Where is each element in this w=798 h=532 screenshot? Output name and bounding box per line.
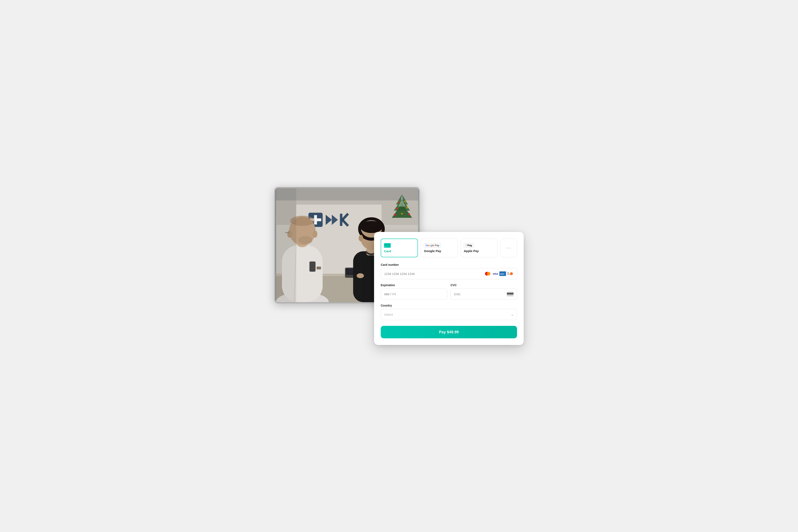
svg-text:COV: COV (507, 274, 510, 275)
card-number-input[interactable] (384, 268, 482, 279)
svg-text:VISA: VISA (493, 273, 498, 275)
visa-icon: VISA (492, 271, 498, 276)
google-pay-icon: Google Pay (424, 243, 441, 247)
svg-rect-54 (276, 188, 418, 201)
cvc-card-back-icon: 135 (507, 292, 513, 296)
card-number-wrapper: VISA AMEX DIS COV (381, 268, 517, 279)
expiry-cvc-row: Expiration CVC 135 (381, 283, 517, 304)
country-label: Country (381, 304, 517, 307)
country-select-placeholder: Select (384, 313, 511, 316)
expiration-input[interactable] (384, 289, 444, 300)
svg-rect-69 (507, 293, 513, 294)
card-brand-icons: VISA AMEX DIS COV (484, 271, 513, 276)
svg-rect-53 (276, 188, 296, 302)
amex-icon: AMEX (499, 271, 506, 276)
card-icon (384, 243, 391, 248)
svg-rect-56 (384, 244, 391, 246)
apple-pay-tab-label: Apple Pay (464, 249, 479, 253)
card-number-label: Card number (381, 263, 517, 266)
country-select[interactable]: Select ⌵ (381, 309, 517, 320)
svg-point-59 (487, 272, 491, 276)
expiration-wrapper (381, 288, 447, 300)
svg-text:AMEX: AMEX (500, 273, 505, 275)
discover-icon: DIS COV (507, 271, 513, 276)
card-tab-label: Card (384, 249, 391, 253)
payment-methods: Card Google Pay Google Pay  Pay Apple P… (381, 239, 517, 257)
country-field-group: Country Select ⌵ (381, 304, 517, 320)
expiration-label: Expiration (381, 283, 447, 287)
cvc-wrapper: 135 (451, 288, 517, 300)
pay-button[interactable]: Pay $49.99 (381, 326, 517, 338)
main-scene: Card Google Pay Google Pay  Pay Apple P… (274, 187, 524, 345)
cvc-input[interactable] (454, 289, 505, 300)
payment-panel: Card Google Pay Google Pay  Pay Apple P… (374, 232, 524, 345)
svg-rect-57 (385, 246, 386, 247)
svg-text:135: 135 (511, 295, 512, 296)
chevron-down-icon: ⌵ (511, 312, 513, 317)
mastercard-icon (484, 271, 491, 276)
more-methods-tab[interactable]: ··· (500, 239, 517, 257)
google-pay-tab-label: Google Pay (424, 249, 441, 253)
svg-point-65 (510, 272, 513, 275)
svg-text:DIS: DIS (507, 272, 509, 273)
apple-pay-icon:  Pay (464, 243, 474, 247)
more-dots-icon: ··· (506, 245, 511, 251)
cvc-label: CVC (451, 283, 517, 287)
card-tab[interactable]: Card (381, 239, 418, 257)
cvc-field-group: CVC 135 (451, 283, 517, 300)
card-number-field-group: Card number VISA (381, 263, 517, 279)
expiration-field-group: Expiration (381, 283, 447, 300)
apple-pay-tab[interactable]:  Pay Apple Pay (461, 239, 497, 257)
google-pay-tab[interactable]: Google Pay Google Pay (421, 239, 458, 257)
